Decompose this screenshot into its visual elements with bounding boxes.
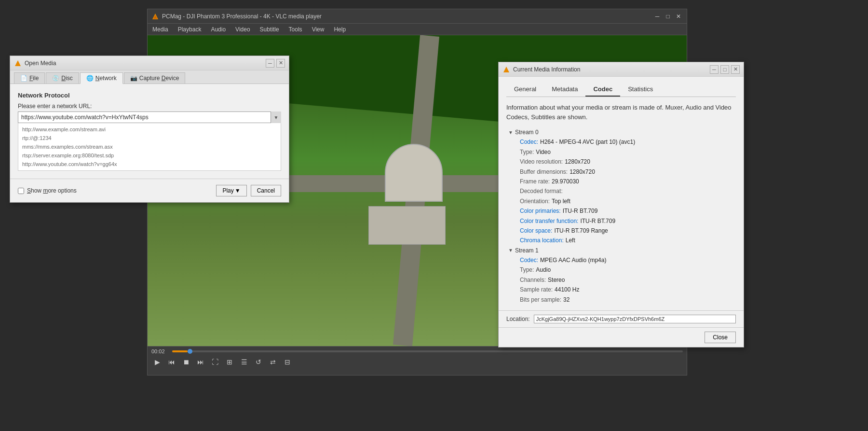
vlc-buttons-row: ▶ ⏮ ⏹ ⏭ ⛶ ⊞ ☰ ↺ ⇄ ⊟ — [151, 356, 683, 368]
url-suggestion-0[interactable]: http://www.example.com/stream.avi — [18, 125, 281, 134]
url-suggestion-4[interactable]: http://www.youtube.com/watch?v=gg64x — [18, 160, 281, 168]
stream-1-name: Stream 1 — [515, 246, 539, 255]
menu-subtitle[interactable]: Subtitle — [258, 25, 281, 34]
vlc-logo-icon — [151, 13, 159, 20]
media-info-close-button[interactable]: ✕ — [731, 65, 740, 74]
tab-file[interactable]: 📄 File — [14, 72, 45, 83]
monument — [385, 144, 443, 202]
vlc-play-button[interactable]: ▶ — [151, 356, 163, 368]
media-info-footer: Location: JcKgjGa89Q-jHZXvs2-KQH1wypp7zD… — [499, 310, 744, 327]
vlc-playlist-button[interactable]: ☰ — [238, 356, 250, 368]
tab-metadata[interactable]: Metadata — [544, 83, 585, 97]
vlc-next-button[interactable]: ⏭ — [195, 356, 206, 368]
vlc-fullscreen-button[interactable]: ⛶ — [209, 356, 221, 368]
stream-0-prop-7: Color primaries: ITU-R BT.709 — [520, 206, 736, 216]
stream-1-chevron: ▼ — [508, 246, 513, 254]
stream-0-colspace-label: Color space: — [520, 226, 552, 236]
vlc-frame-button[interactable]: ⊟ — [282, 356, 293, 368]
stream-0-colspace-value: ITU-R BT.709 Range — [554, 226, 608, 236]
show-more-checkbox-label[interactable]: Show more options — [18, 187, 77, 194]
tab-statistics[interactable]: Statistics — [620, 83, 661, 97]
stream-0-chroma-label: Chroma location: — [520, 236, 564, 245]
show-more-checkbox[interactable] — [18, 188, 24, 194]
file-tab-label: File — [29, 75, 39, 82]
vlc-minimize-button[interactable]: ─ — [653, 12, 662, 21]
stream-0-type-label: Type: — [520, 147, 534, 157]
media-info-restore-button[interactable]: □ — [720, 65, 729, 74]
stream-0-res-value: 1280x720 — [565, 157, 590, 167]
play-dropdown-arrow[interactable]: ▼ — [235, 187, 241, 194]
stream-1-prop-3: Sample rate: 44100 Hz — [520, 285, 736, 294]
vlc-progress-row: 00:02 — [151, 348, 683, 354]
vlc-close-button[interactable]: ✕ — [674, 12, 683, 21]
close-button[interactable]: Close — [705, 332, 736, 343]
stream-1-prop-2: Channels: Stereo — [520, 275, 736, 285]
menu-view[interactable]: View — [310, 25, 326, 34]
stream-1-prop-0: Codec: MPEG AAC Audio (mp4a) — [520, 255, 736, 265]
vlc-menubar: Media Playback Audio Video Subtitle Tool… — [148, 24, 687, 35]
stream-0-prop-1: Type: Video — [520, 147, 736, 157]
stream-0-fps-value: 29.970030 — [552, 177, 579, 186]
tab-disc[interactable]: 💿 Disc — [46, 72, 79, 83]
menu-help[interactable]: Help — [332, 25, 348, 34]
url-suggestion-1[interactable]: rtp://@:1234 — [18, 134, 281, 142]
url-suggestion-3[interactable]: rtsp://server.example.org:8080/test.sdp — [18, 151, 281, 160]
media-info-minimize-button[interactable]: ─ — [710, 65, 719, 74]
open-media-icon — [14, 59, 22, 67]
play-button-label: Play — [222, 187, 233, 194]
vlc-controls: 00:02 ▶ ⏮ ⏹ ⏭ ⛶ ⊞ ☰ ↺ ⇄ ⊟ — [148, 346, 687, 375]
open-media-minimize-button[interactable]: ─ — [266, 59, 274, 68]
media-info-titlebar: Current Media Information ─ □ ✕ — [499, 62, 744, 77]
url-input[interactable] — [18, 111, 281, 123]
url-label: Please enter a network URL: — [18, 103, 281, 110]
svg-marker-2 — [15, 60, 21, 66]
menu-media[interactable]: Media — [150, 25, 170, 34]
stream-0-codec-value: H264 - MPEG-4 AVC (part 10) (avc1) — [540, 137, 635, 147]
tab-capture[interactable]: 📷 Capture Device — [124, 72, 186, 83]
open-media-window-controls: ─ ✕ — [266, 59, 285, 68]
stream-1-header[interactable]: ▼ Stream 1 — [508, 246, 736, 255]
stream-0-colprim-label: Color primaries: — [520, 206, 561, 216]
url-suggestion-2[interactable]: mms://mms.examples.com/stream.asx — [18, 142, 281, 151]
menu-video[interactable]: Video — [233, 25, 252, 34]
media-info-title-left: Current Media Information — [502, 66, 580, 73]
stream-0-prop-2: Video resolution: 1280x720 — [520, 157, 736, 167]
media-info-content: General Metadata Codec Statistics Inform… — [499, 77, 744, 310]
vlc-restore-button[interactable]: □ — [664, 12, 672, 21]
network-tab-icon: 🌐 — [86, 75, 94, 82]
tab-codec[interactable]: Codec — [585, 83, 620, 97]
stream-1-type-label: Type: — [520, 265, 534, 275]
menu-playback[interactable]: Playback — [176, 25, 203, 34]
show-more-label-text: Show more options — [27, 187, 77, 194]
play-button[interactable]: Play ▼ — [216, 185, 246, 196]
stream-1-type-value: Audio — [536, 265, 551, 275]
stream-0-colprim-value: ITU-R BT.709 — [563, 206, 598, 216]
tab-general[interactable]: General — [506, 83, 544, 97]
vlc-stop-button[interactable]: ⏹ — [180, 356, 192, 368]
vlc-extended-button[interactable]: ⊞ — [224, 356, 235, 368]
monument-base — [368, 206, 446, 245]
open-media-footer: Show more options Play ▼ Cancel — [10, 179, 289, 202]
stream-0-chroma-value: Left — [566, 236, 575, 245]
stream-0-header[interactable]: ▼ Stream 0 — [508, 127, 736, 137]
stream-1-channels-label: Channels: — [520, 275, 546, 285]
stream-0-buf-value: 1280x720 — [570, 167, 595, 177]
cancel-button[interactable]: Cancel — [251, 185, 281, 196]
capture-tab-label: Capture Device — [139, 75, 179, 82]
vlc-prev-button[interactable]: ⏮ — [166, 356, 177, 368]
file-tab-icon: 📄 — [20, 75, 27, 82]
stream-0-type-value: Video — [536, 147, 550, 157]
menu-tools[interactable]: Tools — [287, 25, 304, 34]
vlc-random-button[interactable]: ⇄ — [267, 356, 279, 368]
open-media-close-button[interactable]: ✕ — [276, 59, 285, 68]
url-dropdown-button[interactable]: ▼ — [271, 111, 281, 123]
stream-1-codec-label: Codec: — [520, 255, 538, 265]
menu-audio[interactable]: Audio — [209, 25, 228, 34]
network-protocol-title: Network Protocol — [18, 92, 281, 99]
tab-network[interactable]: 🌐 Network — [80, 72, 123, 84]
stream-0-props: Codec: H264 - MPEG-4 AVC (part 10) (avc1… — [508, 137, 736, 245]
stream-1-channels-value: Stereo — [548, 275, 565, 285]
stream-1-prop-1: Type: Audio — [520, 265, 736, 275]
vlc-repeat-button[interactable]: ↺ — [253, 356, 264, 368]
vlc-progress-bar[interactable] — [172, 350, 683, 352]
